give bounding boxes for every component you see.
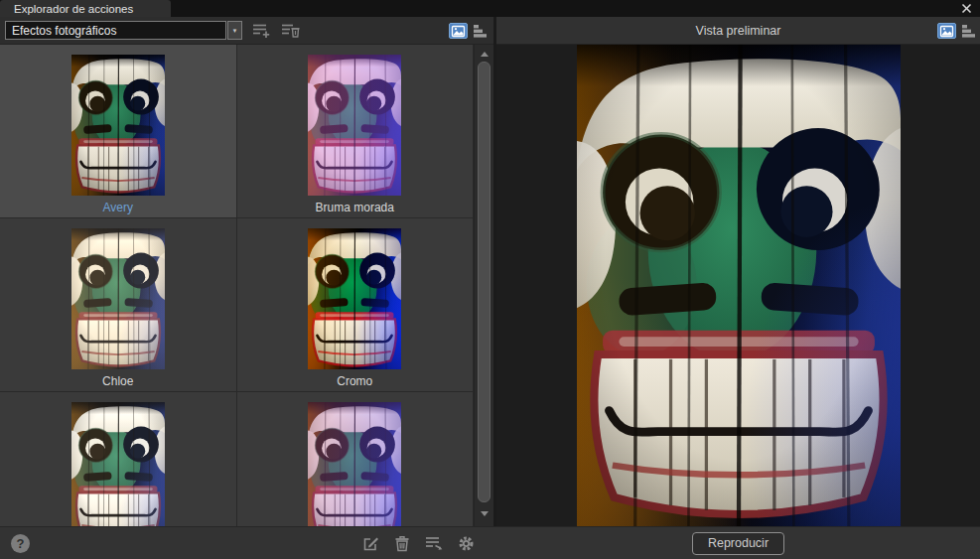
play-button[interactable]: Reproducir: [692, 532, 784, 555]
titlebar-spacer: [171, 0, 952, 17]
scroll-down-button[interactable]: [475, 506, 493, 520]
scroll-up-button[interactable]: [475, 47, 493, 61]
actions-toolbar: Efectos fotográficos ▼: [0, 17, 493, 45]
preview-list-view-button[interactable]: [961, 23, 976, 38]
load-actions-button[interactable]: [425, 535, 443, 551]
action-thumbnail: [308, 55, 401, 196]
delete-selected-button[interactable]: [394, 535, 410, 552]
thumbnail-view-icon: [937, 23, 956, 39]
edit-action-icon: [362, 535, 379, 552]
action-thumbnail: [71, 55, 165, 196]
bottom-bar-left: ?: [0, 527, 496, 559]
category-dropdown: Efectos fotográficos ▼: [5, 21, 242, 40]
action-item-chloe[interactable]: Chloe: [0, 218, 237, 392]
action-thumbnail: [308, 402, 401, 526]
settings-button[interactable]: [458, 535, 475, 552]
action-label: Cromo: [337, 374, 372, 388]
action-label: Avery: [103, 201, 133, 214]
action-thumbnail: [71, 228, 165, 369]
action-label: Chloe: [102, 374, 133, 388]
thumbnail-view-button[interactable]: [449, 23, 468, 39]
preview-image: [577, 45, 901, 526]
scrollbar-thumb[interactable]: [478, 62, 490, 502]
grid-scrollbar[interactable]: [474, 45, 493, 526]
tab-title: Explorador de acciones: [14, 3, 133, 15]
action-label: Bruma morada: [316, 201, 394, 214]
titlebar: Explorador de acciones: [0, 0, 980, 17]
close-icon: [961, 3, 972, 14]
edit-action-button[interactable]: [362, 535, 379, 552]
preview-header: Vista preliminar: [496, 17, 980, 45]
action-item-bruma-morada[interactable]: Bruma morada: [237, 45, 475, 218]
load-actions-icon: [425, 535, 443, 551]
delete-action-button[interactable]: [281, 22, 300, 39]
category-dropdown-value[interactable]: Efectos fotográficos: [5, 21, 226, 40]
actions-grid: Avery Bruma morada: [0, 45, 474, 526]
dropdown-arrow-icon[interactable]: ▼: [227, 21, 242, 40]
bottom-bar: ?: [0, 526, 980, 559]
actions-grid-wrap: Avery Bruma morada: [0, 45, 493, 526]
list-view-button[interactable]: [473, 23, 488, 38]
preview-panel: Vista preliminar: [496, 17, 980, 526]
close-button[interactable]: [952, 0, 980, 17]
delete-action-icon: [281, 22, 300, 39]
help-button[interactable]: ?: [11, 534, 30, 553]
add-action-button[interactable]: [252, 22, 271, 39]
add-action-icon: [252, 22, 271, 39]
action-player-window: Explorador de acciones Efectos fotográfi…: [0, 0, 980, 559]
actions-panel: Efectos fotográficos ▼: [0, 17, 496, 526]
preview-area: [496, 45, 980, 526]
action-item-row3-left[interactable]: [0, 392, 237, 526]
action-item-avery[interactable]: Avery: [0, 45, 237, 218]
action-thumbnail: [308, 228, 401, 369]
scroll-up-icon: [481, 52, 489, 57]
settings-gear-icon: [458, 535, 475, 552]
category-dropdown-text: Efectos fotográficos: [12, 24, 116, 38]
tab-action-player[interactable]: Explorador de acciones: [0, 0, 171, 17]
thumbnail-view-icon: [449, 23, 468, 39]
bottom-bar-right: Reproducir: [496, 527, 980, 559]
action-thumbnail: [71, 402, 165, 526]
list-view-icon: [961, 23, 976, 38]
preview-thumbnail-view-button[interactable]: [937, 23, 956, 39]
preview-title: Vista preliminar: [496, 24, 980, 38]
scroll-down-icon: [481, 511, 489, 516]
action-item-cromo[interactable]: Cromo: [237, 218, 475, 392]
trash-icon: [394, 535, 410, 552]
action-item-row3-right[interactable]: [237, 392, 475, 526]
help-icon: ?: [17, 536, 25, 551]
list-view-icon: [473, 23, 488, 38]
